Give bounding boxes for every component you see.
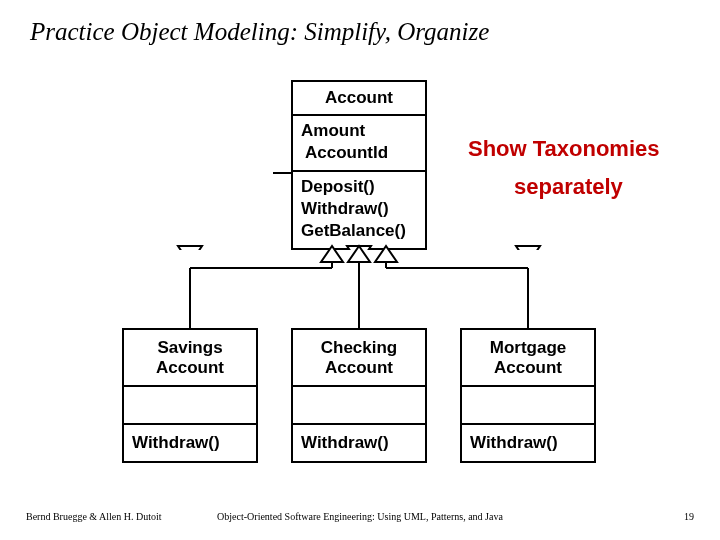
footer-page-number: 19 [684,511,694,522]
class-attributes-empty [293,387,425,425]
class-operations: Deposit() Withdraw() GetBalance() [293,172,425,248]
svg-marker-5 [348,248,370,266]
op-getbalance: GetBalance() [301,220,417,242]
class-name: Mortgage Account [462,330,594,387]
class-attributes-empty [124,387,256,425]
class-name: Checking Account [293,330,425,387]
attr-amount: Amount [301,120,417,142]
class-attributes-empty [462,387,594,425]
svg-marker-2 [516,246,540,264]
uml-class-savings: Savings Account Withdraw() [122,328,258,463]
attr-accountid: AccountId [301,142,417,164]
class-attributes: Amount AccountId [293,116,425,172]
op-deposit: Deposit() [301,176,417,198]
class-name: Savings Account [124,330,256,387]
uml-class-checking: Checking Account Withdraw() [291,328,427,463]
annotation-line2: separately [514,174,623,200]
uml-class-account: Account Amount AccountId Deposit() Withd… [291,80,427,250]
op-withdraw: Withdraw() [293,425,425,461]
footer-book-title: Object-Oriented Software Engineering: Us… [0,511,720,522]
page-title: Practice Object Modeling: Simplify, Orga… [30,18,489,46]
op-withdraw: Withdraw() [301,198,417,220]
annotation-line1: Show Taxonomies [468,136,660,162]
svg-marker-0 [178,246,202,264]
op-withdraw: Withdraw() [462,425,594,461]
uml-class-mortgage: Mortgage Account Withdraw() [460,328,596,463]
svg-rect-10 [100,250,600,326]
op-withdraw: Withdraw() [124,425,256,461]
class-name: Account [293,82,425,116]
